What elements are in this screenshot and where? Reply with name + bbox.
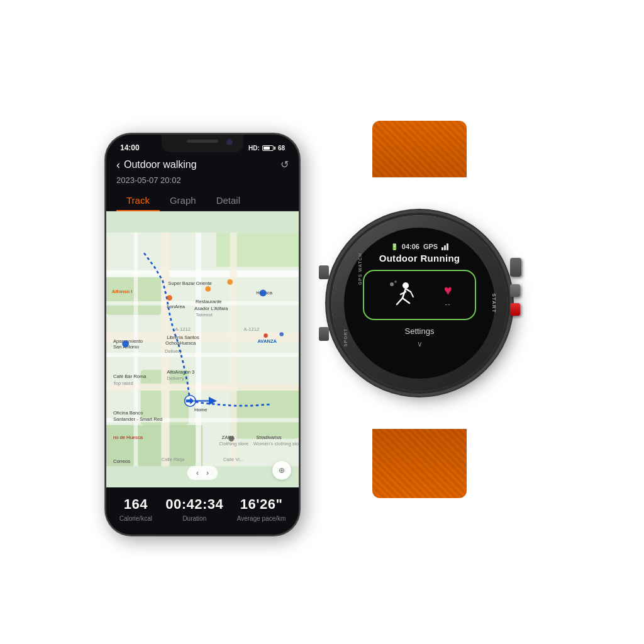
svg-line-66 xyxy=(411,292,413,297)
svg-point-57 xyxy=(229,436,235,441)
svg-point-54 xyxy=(122,340,129,347)
watch-band-top xyxy=(372,121,467,177)
watch-settings-label[interactable]: Settings xyxy=(405,326,435,336)
battery-level: 68 xyxy=(278,145,285,152)
svg-text:bonArea: bonArea xyxy=(167,304,186,309)
svg-line-65 xyxy=(406,289,411,292)
svg-text:Stradivarius: Stradivarius xyxy=(256,435,281,440)
svg-point-56 xyxy=(279,332,284,336)
svg-point-52 xyxy=(260,289,267,296)
map-pagination: ‹ › xyxy=(187,466,218,480)
svg-text:Santander - Smart Red: Santander - Smart Red xyxy=(113,416,162,422)
svg-text:Takeout: Takeout xyxy=(196,312,213,318)
battery-icon xyxy=(262,145,275,151)
watch-status-bar: 🔋 04:06 GPS xyxy=(391,243,448,250)
svg-text:AltoAragón 3: AltoAragón 3 xyxy=(167,369,194,375)
watch-crown-middle[interactable] xyxy=(510,284,520,297)
watch-battery-icon: 🔋 xyxy=(391,243,398,250)
watch-activity-title: Outdoor Running xyxy=(379,253,460,264)
svg-line-64 xyxy=(402,298,409,303)
svg-text:AVANZA: AVANZA xyxy=(257,338,277,344)
watch-activity-card: ♥ -- xyxy=(363,270,476,320)
svg-point-55 xyxy=(264,333,268,338)
status-time: 14:00 xyxy=(120,143,140,152)
refresh-icon[interactable]: ↺ xyxy=(280,158,289,170)
stat-calorie: 164 Calorie/kcal xyxy=(119,496,152,522)
svg-text:Calle Rioja: Calle Rioja xyxy=(161,457,185,462)
duration-value: 00:42:34 xyxy=(165,496,223,513)
signal-label: HD: xyxy=(248,145,260,152)
tab-track[interactable]: Track xyxy=(116,190,160,211)
svg-text:Home: Home xyxy=(194,407,207,413)
svg-rect-3 xyxy=(230,384,299,438)
svg-point-60 xyxy=(394,280,397,283)
page-title: Outdoor walking xyxy=(124,159,197,170)
watch-heart-value: -- xyxy=(445,300,451,308)
svg-text:Women's clothing store: Women's clothing store xyxy=(253,441,299,447)
watch-case: START SPORT GPS WATCH 🔋 04:06 GPS xyxy=(331,215,508,391)
watch-crown-left-top[interactable] xyxy=(319,265,329,279)
pace-label: Average pace/km xyxy=(237,515,286,522)
next-page-button[interactable]: › xyxy=(204,469,211,477)
watch-screen: 🔋 04:06 GPS Outdoor Running xyxy=(344,228,495,379)
activity-date: 2023-05-07 20:02 xyxy=(106,174,299,190)
svg-text:Super Bazar Oriente: Super Bazar Oriente xyxy=(168,280,212,286)
svg-line-63 xyxy=(397,298,402,304)
watch-crown-red[interactable] xyxy=(510,303,520,316)
duration-label: Duration xyxy=(182,515,206,522)
svg-text:Delivery: Delivery xyxy=(167,375,184,381)
stats-bar: 164 Calorie/kcal 00:42:34 Duration 16'26… xyxy=(106,487,299,535)
phone-screen: 14:00 HD: 68 ‹ Outdoor walking xyxy=(106,135,299,535)
running-icon xyxy=(387,278,418,313)
svg-rect-11 xyxy=(196,233,201,467)
watch-time: 04:06 xyxy=(402,243,419,250)
svg-point-61 xyxy=(402,282,409,289)
map-svg: A-1212 A-1212 Alfonso I Super Bazar Orie… xyxy=(106,211,299,487)
phone-header: ‹ Outdoor walking ↺ xyxy=(106,155,299,174)
tab-detail[interactable]: Detail xyxy=(206,190,250,211)
svg-point-59 xyxy=(390,282,394,286)
svg-rect-10 xyxy=(230,233,237,467)
watch-crown-left-bottom[interactable] xyxy=(319,327,329,341)
watch-chevron-icon[interactable]: ∨ xyxy=(417,340,423,348)
svg-text:Clothing store: Clothing store xyxy=(219,441,248,447)
stat-duration: 00:42:34 Duration xyxy=(165,496,223,522)
main-scene: 14:00 HD: 68 ‹ Outdoor walking xyxy=(20,39,624,605)
svg-text:Calle Vi...: Calle Vi... xyxy=(223,457,244,462)
svg-text:Café Bar Roma: Café Bar Roma xyxy=(113,374,147,379)
compass-button[interactable]: ⊕ xyxy=(272,461,291,480)
prev-page-button[interactable]: ‹ xyxy=(194,469,201,477)
tab-graph[interactable]: Graph xyxy=(160,190,206,211)
svg-rect-16 xyxy=(106,353,299,357)
svg-point-53 xyxy=(205,286,211,292)
stat-pace: 16'26" Average pace/km xyxy=(237,496,286,522)
calorie-label: Calorie/kcal xyxy=(119,515,152,522)
svg-rect-4 xyxy=(216,233,299,267)
phone-device: 14:00 HD: 68 ‹ Outdoor walking xyxy=(105,133,300,536)
svg-point-51 xyxy=(227,279,233,285)
watch-device: START SPORT GPS WATCH 🔋 04:06 GPS xyxy=(300,158,539,448)
svg-point-50 xyxy=(167,295,172,301)
pace-value: 16'26" xyxy=(240,496,283,513)
back-button[interactable]: ‹ xyxy=(116,159,120,170)
watch-heart-icon: ♥ xyxy=(444,282,452,299)
watch-heart-section: ♥ -- xyxy=(444,282,452,308)
svg-text:Asador L'Alifara: Asador L'Alifara xyxy=(194,306,228,311)
watch-crown-top[interactable] xyxy=(510,258,521,277)
status-right: HD: 68 xyxy=(248,145,285,152)
svg-text:A-1212: A-1212 xyxy=(175,326,191,332)
svg-text:A-1212: A-1212 xyxy=(244,326,260,332)
watch-label-gps: GPS WATCH xyxy=(358,253,362,285)
watch-label-sport: SPORT xyxy=(343,328,348,347)
watch-band-bottom xyxy=(372,429,467,498)
phone-camera xyxy=(226,139,233,145)
svg-text:Librería Santos: Librería Santos xyxy=(167,335,199,340)
gps-signal-bars xyxy=(441,243,448,250)
svg-text:Top rated: Top rated xyxy=(113,380,133,386)
map-view: A-1212 A-1212 Alfonso I Super Bazar Orie… xyxy=(106,211,299,487)
svg-text:Correos: Correos xyxy=(113,458,130,464)
svg-text:Alfonso I: Alfonso I xyxy=(112,289,133,294)
svg-text:OchoaHuesca: OchoaHuesca xyxy=(165,340,196,346)
calorie-value: 164 xyxy=(124,496,148,513)
svg-text:Restaurante: Restaurante xyxy=(196,299,222,304)
